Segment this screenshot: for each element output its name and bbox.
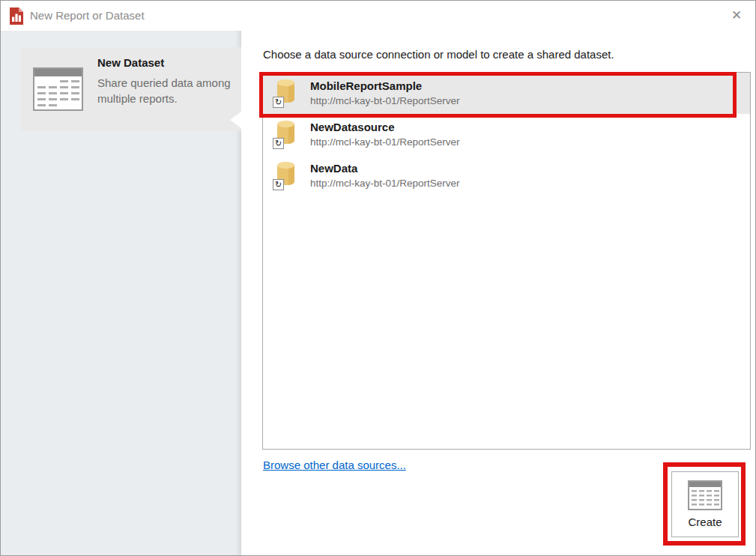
data-source-row-newdatasource[interactable]: ↻ NewDatasource http://mcl-kay-bt-01/Rep… xyxy=(263,114,750,155)
sidebar: New Dataset Share queried data among mul… xyxy=(1,31,241,555)
data-source-list: ↻ MobileReportSample http://mcl-kay-bt-0… xyxy=(262,72,751,450)
data-source-url: http://mcl-kay-bt-01/ReportServer xyxy=(310,136,460,148)
create-button[interactable]: Create xyxy=(671,471,739,537)
shared-refresh-badge-icon: ↻ xyxy=(273,179,284,190)
data-source-url: http://mcl-kay-bt-01/ReportServer xyxy=(310,177,460,190)
selected-pointer-triangle xyxy=(230,112,241,128)
browse-other-data-sources-link[interactable]: Browse other data sources... xyxy=(263,459,406,471)
title-bar: New Report or Dataset ✕ xyxy=(1,1,755,31)
data-source-url: http://mcl-kay-bt-01/ReportServer xyxy=(310,94,460,107)
data-source-row-mobilereportsample[interactable]: ↻ MobileReportSample http://mcl-kay-bt-0… xyxy=(263,73,750,114)
database-icon: ↻ xyxy=(274,79,297,109)
data-source-name: MobileReportSample xyxy=(310,79,460,93)
shared-refresh-badge-icon: ↻ xyxy=(273,97,284,108)
close-icon[interactable]: ✕ xyxy=(724,1,749,31)
window-title: New Report or Dataset xyxy=(30,1,145,31)
create-button-label: Create xyxy=(688,516,722,528)
new-dataset-description: Share queried data among multiple report… xyxy=(97,75,234,106)
shared-refresh-badge-icon: ↻ xyxy=(273,138,284,149)
data-source-name: NewDatasource xyxy=(310,121,460,134)
new-report-or-dataset-dialog: New Report or Dataset ✕ New Dataset Shar… xyxy=(0,0,756,556)
database-icon: ↻ xyxy=(274,161,297,191)
sidebar-item-new-dataset[interactable]: New Dataset Share queried data among mul… xyxy=(21,47,241,131)
report-builder-icon xyxy=(9,7,24,25)
dataset-table-icon xyxy=(33,67,83,111)
choose-data-source-heading: Choose a data source connection or model… xyxy=(263,48,614,61)
data-source-row-newdata[interactable]: ↻ NewData http://mcl-kay-bt-01/ReportSer… xyxy=(263,155,750,196)
new-dataset-title: New Dataset xyxy=(97,56,164,69)
create-table-icon xyxy=(688,480,722,510)
database-icon: ↻ xyxy=(274,120,297,150)
data-source-name: NewData xyxy=(310,162,460,175)
